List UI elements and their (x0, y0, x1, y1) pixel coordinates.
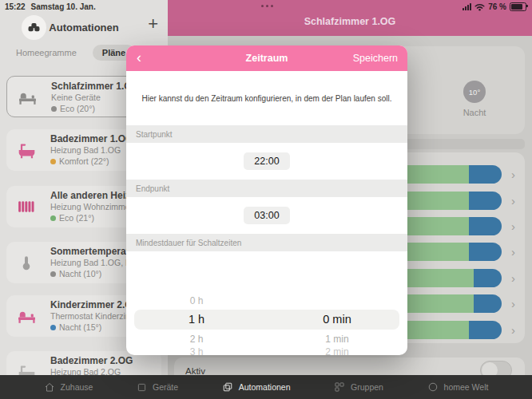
item-status: Eco (21°) (50, 213, 94, 223)
tab-label: homee Welt (444, 382, 489, 392)
picker-minute-selected[interactable]: 0 min (267, 312, 407, 327)
tab-label: Automationen (239, 382, 291, 392)
section-endpunkt: Endpunkt (126, 180, 407, 197)
add-automation-button[interactable]: + (148, 14, 158, 34)
item-title: Sommertemperatu (50, 246, 135, 257)
picker-hour-option[interactable]: 2 h (126, 334, 267, 345)
chevron-right-icon: › (511, 271, 515, 286)
bed-icon (15, 305, 38, 327)
item-subtitle: Thermostat Kinderzim (50, 311, 133, 321)
item-title: Badezimmer 1.OG (50, 133, 133, 144)
tab-gruppen[interactable]: Gruppen (334, 381, 383, 393)
item-title: Badezimmer 2.OG (50, 355, 133, 366)
radiator-icon (15, 196, 38, 218)
item-subtitle: Heizung Bad 1.OG (50, 145, 121, 155)
item-status: Komfort (22°) (50, 156, 109, 166)
bar-segment-blue (469, 321, 502, 339)
battery-icon (510, 2, 526, 11)
item-status: Nacht (15°) (50, 322, 101, 332)
item-status: Eco (20°) (51, 104, 95, 113)
start-time-value[interactable]: 22:00 (244, 152, 289, 170)
screen: 15:22Samstag 10. Jan. Automationen + Hom… (0, 0, 532, 399)
chevron-right-icon: › (511, 296, 515, 311)
bar-segment-blue (474, 269, 502, 287)
groups-icon (334, 381, 345, 393)
tab-zuhause[interactable]: Zuhause (44, 381, 93, 393)
picker-hours-wheel[interactable]: 0 h 1 h 2 h 3 h 4 h (126, 251, 267, 355)
item-subtitle: Heizung Bad 1.OG, Hei (50, 258, 138, 267)
modal-header: ‹ Zeitraum Speichern (126, 45, 407, 71)
status-bar-right: 76 % (463, 2, 526, 11)
zeitraum-modal: ‹ Zeitraum Speichern Hier kannst du den … (126, 45, 407, 355)
home-icon (44, 381, 55, 393)
save-button[interactable]: Speichern (353, 53, 398, 64)
picker-hour-option[interactable]: 3 h (126, 346, 267, 355)
section-startpunkt: Startpunkt (126, 125, 407, 143)
status-dot (50, 215, 56, 221)
startpunkt-row: 22:00 (126, 143, 407, 180)
bar-segment-blue (474, 294, 502, 313)
picker-minutes-wheel[interactable]: 0 min 1 min 2 min 3 min (267, 251, 407, 355)
bed-icon (16, 86, 38, 109)
end-time-value[interactable]: 03:00 (244, 207, 289, 224)
status-dot (50, 271, 56, 277)
automations-icon (222, 381, 233, 393)
tab-label: Zuhause (61, 382, 93, 392)
status-dot (51, 106, 57, 112)
homee-world-icon (427, 381, 439, 393)
picker-minute-option[interactable]: 1 min (267, 334, 407, 345)
endpunkt-row: 03:00 (126, 197, 407, 234)
chevron-right-icon: › (511, 244, 515, 259)
cellular-icon (463, 3, 471, 10)
sidebar-title: Automationen (0, 22, 168, 34)
status-text: Eco (20°) (60, 104, 95, 113)
battery-percent: 76 % (488, 2, 506, 11)
item-subtitle: Heizung Wohnzimmer (50, 202, 133, 211)
picker-hour-option[interactable]: 0 h (126, 295, 267, 306)
bar-segment-blue (469, 165, 502, 184)
status-text: Nacht (10°) (59, 269, 101, 279)
tab-ger-te[interactable]: Geräte (137, 382, 178, 393)
chevron-right-icon: › (511, 219, 515, 234)
chevron-right-icon: › (511, 193, 515, 208)
profile-circle-nacht[interactable]: 10° (463, 81, 486, 103)
detail-title: Schlafzimmer 1.OG (168, 16, 532, 27)
sidebar-tabs: Homeegramme Pläne (16, 43, 135, 62)
duration-picker: 0 h 1 h 2 h 3 h 4 h 0 min 1 min 2 min 3 … (126, 251, 407, 355)
status-text: Eco (21°) (59, 213, 94, 223)
picker-minute-option[interactable]: 2 min (267, 346, 407, 355)
status-text: Nacht (15°) (59, 322, 101, 332)
tab-label: Gruppen (351, 382, 383, 392)
item-status: Nacht (10°) (50, 269, 101, 279)
item-title: Alle anderen Heizk (50, 190, 136, 201)
detail-header: Schlafzimmer 1.OG 76 % (168, 0, 532, 36)
picker-hour-selected[interactable]: 1 h (126, 312, 267, 327)
tab-automationen[interactable]: Automationen (222, 381, 291, 393)
thermometer-icon (15, 251, 38, 274)
tab-homeegramme[interactable]: Homeegramme (16, 48, 77, 57)
tab-bar: ZuhauseGeräteAutomationenGruppenhomee We… (0, 375, 532, 399)
profile-circle-label: Nacht (441, 108, 508, 117)
bathtub-icon (15, 139, 38, 161)
tab-homee-welt[interactable]: homee Welt (427, 381, 489, 393)
wifi-icon (474, 3, 485, 11)
status-text: Komfort (22°) (59, 156, 109, 166)
status-time: 15:22 (5, 2, 26, 11)
section-mindestdauer: Mindestdauer für Schaltzeiten (126, 234, 407, 251)
chevron-right-icon: › (511, 167, 515, 182)
item-subtitle: Keine Geräte (51, 93, 101, 102)
bar-segment-blue (469, 192, 502, 210)
bar-segment-blue (469, 217, 502, 235)
status-dot (50, 325, 56, 330)
status-date: Samstag 10. Jan. (31, 2, 96, 11)
multitask-indicator-icon[interactable] (261, 5, 273, 7)
status-dot (50, 159, 56, 164)
devices-icon (137, 382, 147, 393)
bar-segment-blue (469, 243, 502, 261)
back-icon[interactable]: ‹ (137, 49, 141, 65)
modal-description: Hier kannst du den Zeitraum konfiguriere… (126, 79, 407, 117)
status-bar-left: 15:22Samstag 10. Jan. (5, 2, 101, 11)
chevron-right-icon: › (511, 322, 515, 338)
tab-label: Geräte (153, 382, 178, 392)
